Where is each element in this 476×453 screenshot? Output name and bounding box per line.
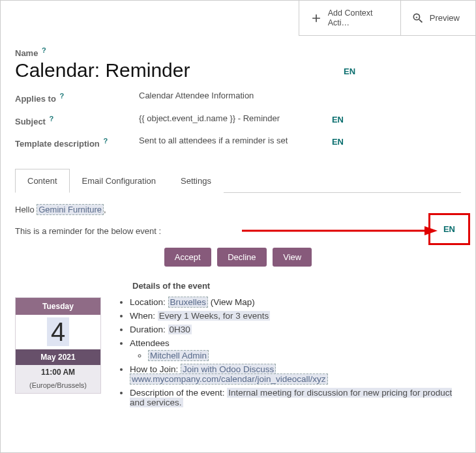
template-description-translate-button[interactable]: EN — [332, 137, 344, 147]
subject-label: Subject — [15, 117, 46, 126]
event-attendees-label: Attendees — [130, 338, 170, 348]
subject-help-icon[interactable]: ? — [50, 115, 54, 123]
event-duration-label: Duration: — [130, 325, 168, 334]
subject-value[interactable]: {{ object.event_id.name }} - Reminder — [139, 113, 311, 123]
template-name-value[interactable]: Calendar: Reminder — [15, 59, 344, 81]
applies-to-label: Applies to — [15, 95, 56, 104]
preview-button[interactable]: Preview — [401, 1, 475, 35]
calendar-timezone: (Europe/Brussels) — [16, 379, 100, 393]
preview-label: Preview — [430, 13, 460, 23]
add-context-action-label: Add Context Acti… — [328, 8, 390, 28]
event-location-label: Location: — [130, 297, 168, 307]
template-description-help-icon[interactable]: ? — [103, 137, 108, 145]
event-location-value[interactable]: Bruxelles — [168, 297, 209, 308]
event-when-label: When: — [130, 311, 158, 321]
greeting-prefix: Hello — [15, 205, 37, 214]
template-description-value[interactable]: Sent to all attendees if a reminder is s… — [139, 136, 311, 145]
applies-to-value[interactable]: Calendar Attendee Information — [139, 91, 428, 100]
calendar-weekday: Tuesday — [16, 298, 100, 315]
calendar-day-number: 4 — [47, 317, 69, 346]
event-location-item: Location: Bruxelles (View Map) — [130, 297, 461, 307]
tab-email-configuration[interactable]: Email Configuration — [70, 169, 168, 193]
rsvp-button-row: Accept Decline View — [15, 248, 461, 267]
details-heading: Details of the event — [132, 281, 461, 291]
subject-translate-button[interactable]: EN — [332, 115, 344, 124]
template-description-label: Template description — [15, 139, 100, 149]
decline-button[interactable]: Decline — [217, 248, 266, 267]
name-help-icon[interactable]: ? — [42, 46, 46, 54]
event-howtojoin-label: How to Join: — [130, 364, 181, 374]
name-translate-button[interactable]: EN — [344, 66, 355, 76]
tab-settings[interactable]: Settings — [168, 169, 224, 193]
view-button[interactable]: View — [273, 248, 312, 267]
event-join-url[interactable]: www.mycompany.com/calendar/join_videocal… — [130, 373, 328, 385]
event-howtojoin-item: How to Join: Join with Odoo Discuss www.… — [130, 364, 461, 384]
attendee-name[interactable]: Mitchell Admin — [148, 350, 209, 361]
accept-button[interactable]: Accept — [164, 248, 211, 267]
event-duration-item: Duration: 0H30 — [130, 325, 461, 334]
event-description-label: Description of the event: — [130, 388, 227, 398]
attendee-row: Mitchell Admin — [148, 351, 461, 360]
preview-zoom-icon — [411, 12, 424, 25]
add-context-action-button[interactable]: Add Context Acti… — [299, 1, 401, 35]
reminder-intro-line: This is a reminder for the below event : — [15, 226, 461, 236]
mail-body-editor[interactable]: Hello Gemini Furniture, This is a remind… — [15, 193, 461, 411]
event-details-list: Location: Bruxelles (View Map) When: Eve… — [118, 297, 461, 411]
tab-content[interactable]: Content — [15, 169, 70, 193]
body-translate-button[interactable]: EN — [443, 224, 455, 234]
event-description-item: Description of the event: Internal meeti… — [130, 388, 461, 407]
event-duration-value: 0H30 — [168, 325, 192, 334]
name-field-label: Name — [15, 48, 38, 58]
event-attendees-item: Attendees Mitchell Admin — [130, 338, 461, 360]
greeting-line: Hello Gemini Furniture, — [15, 205, 461, 214]
event-when-item: When: Every 1 Weeks, for 3 events — [130, 311, 461, 321]
event-when-value: Every 1 Weeks, for 3 events — [158, 311, 271, 321]
annotation-highlight-box: EN — [428, 213, 470, 245]
applies-to-help-icon[interactable]: ? — [59, 92, 64, 100]
calendar-month: May 2021 — [16, 349, 100, 365]
event-location-viewmap[interactable]: (View Map) — [208, 297, 255, 307]
calendar-card: Tuesday 4 May 2021 11:00 AM (Europe/Brus… — [15, 297, 101, 394]
greeting-suffix: , — [104, 205, 106, 214]
form-toolbar: Add Context Acti… Preview — [299, 1, 475, 36]
calendar-day: 4 — [16, 315, 100, 349]
greeting-recipient-placeholder[interactable]: Gemini Furniture — [37, 204, 104, 215]
tab-bar: Content Email Configuration Settings — [15, 168, 461, 193]
calendar-time: 11:00 AM — [16, 365, 100, 379]
plus-icon — [310, 12, 323, 25]
